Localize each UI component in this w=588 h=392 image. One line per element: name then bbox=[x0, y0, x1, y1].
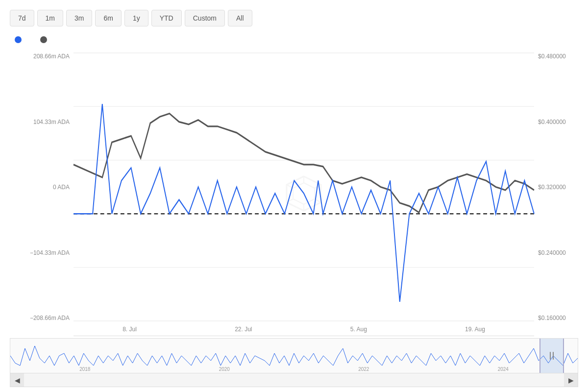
y-axis-right-label: $0.480000 bbox=[538, 53, 578, 60]
x-axis-label: 22. Jul bbox=[235, 326, 252, 333]
y-axis-right-label: $0.400000 bbox=[538, 119, 578, 125]
x-axis-labels: 8. Jul22. Jul5. Aug19. Aug bbox=[74, 323, 534, 336]
mini-year-label: 2024 bbox=[498, 367, 509, 372]
mini-year-label: 2022 bbox=[358, 367, 369, 372]
mini-nav: ◀ ▶ bbox=[10, 373, 578, 387]
nav-right-button[interactable]: ▶ bbox=[564, 373, 578, 387]
y-axis-right: $0.480000$0.400000$0.320000$0.240000$0.1… bbox=[534, 53, 578, 336]
time-btn-custom[interactable]: Custom bbox=[185, 10, 225, 26]
legend-netflow bbox=[15, 36, 25, 43]
x-axis-label: 19. Aug bbox=[465, 326, 485, 333]
y-axis-left-label: −208.66m ADA bbox=[10, 315, 70, 321]
nav-left-button[interactable]: ◀ bbox=[10, 373, 24, 387]
x-axis-label: 8. Jul bbox=[122, 326, 137, 333]
time-btn-1y[interactable]: 1y bbox=[124, 10, 148, 26]
legend-price bbox=[40, 36, 51, 43]
time-btn-7d[interactable]: 7d bbox=[10, 10, 34, 26]
y-axis-left-label: −104.33m ADA bbox=[10, 249, 70, 256]
time-btn-6m[interactable]: 6m bbox=[95, 10, 121, 26]
y-axis-right-label: $0.160000 bbox=[538, 315, 578, 321]
main-chart-wrapper: 208.66m ADA104.33m ADA0 ADA−104.33m ADA−… bbox=[10, 53, 578, 336]
main-chart-svg bbox=[74, 53, 534, 321]
main-container: 7d1m3m6m1yYTDCustomAll 208.66m ADA104.33… bbox=[0, 0, 588, 392]
scroll-grips bbox=[550, 352, 554, 360]
chart-area: 8. Jul22. Jul5. Aug19. Aug bbox=[74, 53, 534, 336]
y-axis-left-label: 208.66m ADA bbox=[10, 53, 70, 60]
y-axis-left: 208.66m ADA104.33m ADA0 ADA−104.33m ADA−… bbox=[10, 53, 74, 336]
price-dot bbox=[40, 36, 47, 43]
netflow-dot bbox=[15, 36, 22, 43]
time-btn-1m[interactable]: 1m bbox=[37, 10, 63, 26]
legend bbox=[10, 36, 578, 43]
mini-year-labels: 2018202020222024 bbox=[10, 367, 578, 372]
grip-line-2 bbox=[553, 352, 554, 360]
time-btn-ytd[interactable]: YTD bbox=[151, 10, 182, 26]
y-axis-right-label: $0.320000 bbox=[538, 184, 578, 191]
x-axis-label: 5. Aug bbox=[350, 326, 367, 333]
y-axis-left-label: 0 ADA bbox=[10, 184, 70, 191]
mini-year-label: 2018 bbox=[79, 367, 90, 372]
time-btn-3m[interactable]: 3m bbox=[66, 10, 92, 26]
grip-line-1 bbox=[550, 352, 551, 360]
time-btn-all[interactable]: All bbox=[228, 10, 252, 26]
mini-chart: 2018202020222024 ◀ ▶ bbox=[10, 338, 578, 387]
mini-year-label: 2020 bbox=[219, 367, 230, 372]
time-range-buttons: 7d1m3m6m1yYTDCustomAll bbox=[10, 10, 578, 26]
y-axis-right-label: $0.240000 bbox=[538, 249, 578, 256]
y-axis-left-label: 104.33m ADA bbox=[10, 119, 70, 125]
